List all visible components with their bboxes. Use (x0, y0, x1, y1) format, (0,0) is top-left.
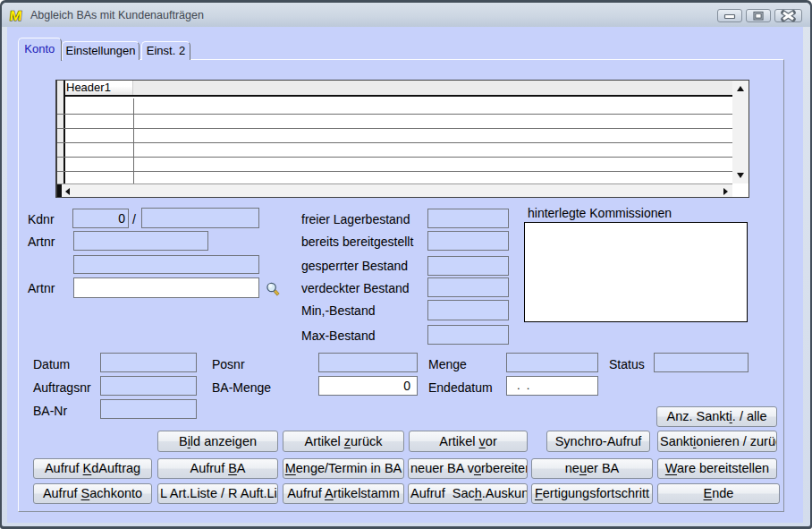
svg-text:M: M (9, 8, 23, 23)
